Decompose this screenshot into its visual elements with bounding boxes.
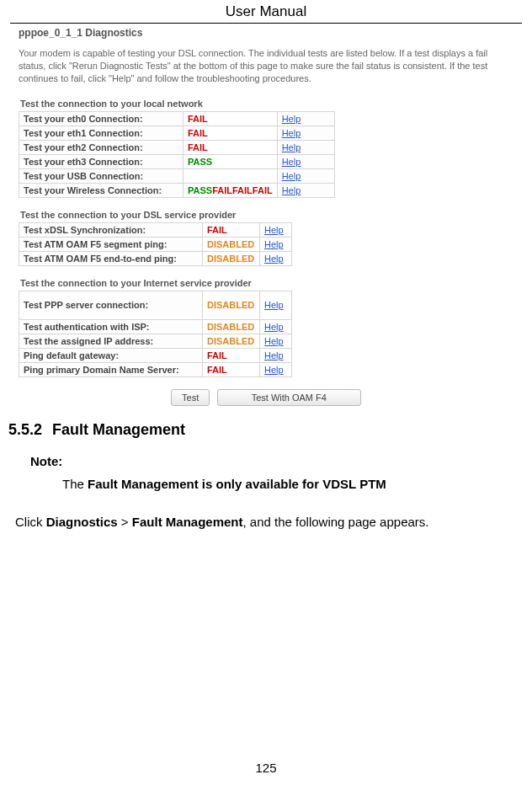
help-link[interactable]: Help — [282, 142, 301, 152]
help-cell: Help — [260, 222, 292, 237]
test-label: Test xDSL Synchronization: — [19, 222, 203, 237]
body-text: Click Diagnostics > Fault Management, an… — [15, 515, 532, 529]
test-label: Test your eth3 Connection: — [19, 154, 184, 168]
help-cell: Help — [277, 111, 334, 125]
test-label: Ping primary Domain Name Server: — [19, 362, 203, 376]
dsl-provider-table: Test xDSL Synchronization:FAILHelpTest A… — [19, 222, 292, 266]
body-bold-2: Fault Management — [132, 515, 243, 529]
test-status: DISABLED — [203, 237, 260, 251]
test-label: Test your Wireless Connection: — [19, 183, 184, 197]
status-fail: FAIL — [232, 185, 253, 195]
isp-table: Test PPP server connection:DISABLEDHelpT… — [19, 291, 292, 377]
button-row: Test Test With OAM F4 — [19, 389, 513, 406]
help-link[interactable]: Help — [282, 128, 301, 138]
help-link[interactable]: Help — [282, 171, 301, 181]
test-status: DISABLED — [203, 319, 260, 334]
test-label: Ping default gateway: — [19, 348, 203, 362]
table-row: Test ATM OAM F5 end-to-end ping:DISABLED… — [19, 251, 292, 265]
isp-legend: Test the connection to your Internet ser… — [19, 278, 513, 288]
help-cell: Help — [277, 154, 334, 168]
test-label: Test authentication with ISP: — [19, 319, 203, 334]
test-status — [184, 168, 278, 183]
body-suffix: , and the following page appears. — [243, 515, 429, 529]
help-cell: Help — [260, 237, 292, 251]
local-network-fieldset: Test the connection to your local networ… — [19, 99, 513, 198]
test-status: FAIL — [184, 140, 278, 154]
help-link[interactable]: Help — [282, 114, 301, 124]
table-row: Test your eth0 Connection:FAILHelp — [19, 111, 335, 125]
test-status: PASSFAILFAILFAIL — [184, 183, 278, 197]
help-cell: Help — [277, 125, 334, 140]
body-sep: > — [118, 515, 132, 529]
table-row: Test your Wireless Connection:PASSFAILFA… — [19, 183, 335, 197]
table-row: Test the assigned IP address:DISABLEDHel… — [19, 334, 292, 348]
diagnostics-title: pppoe_0_1_1 Diagnostics — [19, 27, 513, 39]
test-label: Test the assigned IP address: — [19, 334, 203, 348]
table-row: Ping default gateway:FAILHelp — [19, 348, 292, 362]
test-button[interactable]: Test — [171, 389, 210, 406]
table-row: Ping primary Domain Name Server:FAILHelp — [19, 362, 292, 376]
help-link[interactable]: Help — [282, 185, 301, 195]
test-status: FAIL — [203, 348, 260, 362]
dsl-provider-fieldset: Test the connection to your DSL service … — [19, 210, 513, 266]
body-bold-1: Diagnostics — [46, 515, 118, 529]
help-link[interactable]: Help — [264, 300, 284, 310]
test-status: DISABLED — [203, 334, 260, 348]
test-label: Test ATM OAM F5 segment ping: — [19, 237, 203, 251]
diagnostics-description: Your modem is capable of testing your DS… — [19, 47, 513, 85]
status-fail: FAIL — [253, 185, 273, 195]
help-link[interactable]: Help — [264, 365, 284, 375]
help-link[interactable]: Help — [264, 239, 284, 249]
status-fail: FAIL — [212, 185, 232, 195]
note-bold: Fault Management is only available for V… — [88, 477, 386, 491]
note-prefix: The — [62, 477, 88, 491]
test-status: DISABLED — [203, 251, 260, 265]
help-cell: Help — [260, 291, 292, 319]
status-pass: PASS — [188, 185, 212, 195]
test-status: DISABLED — [203, 291, 260, 319]
help-link[interactable]: Help — [264, 254, 284, 264]
section-title: Fault Management — [52, 421, 185, 438]
note-block: Note: The Fault Management is only avail… — [30, 454, 532, 491]
help-cell: Help — [277, 183, 334, 197]
body-prefix: Click — [15, 515, 46, 529]
local-network-table: Test your eth0 Connection:FAILHelpTest y… — [19, 111, 335, 198]
test-label: Test your USB Connection: — [19, 168, 184, 183]
test-label: Test ATM OAM F5 end-to-end ping: — [19, 251, 203, 265]
help-link[interactable]: Help — [264, 336, 284, 346]
test-status: PASS — [184, 154, 278, 168]
isp-fieldset: Test the connection to your Internet ser… — [19, 278, 513, 377]
dsl-provider-legend: Test the connection to your DSL service … — [19, 210, 513, 220]
help-cell: Help — [260, 251, 292, 265]
local-network-legend: Test the connection to your local networ… — [19, 99, 513, 109]
test-oam-button[interactable]: Test With OAM F4 — [217, 389, 361, 406]
test-status: FAIL — [203, 362, 260, 376]
table-row: Test your USB Connection:Help — [19, 168, 335, 183]
help-cell: Help — [260, 334, 292, 348]
help-cell: Help — [277, 140, 334, 154]
table-row: Test PPP server connection:DISABLEDHelp — [19, 291, 292, 319]
section-heading: 5.5.2Fault Management — [8, 421, 532, 439]
table-row: Test your eth1 Connection:FAILHelp — [19, 125, 335, 140]
table-row: Test xDSL Synchronization:FAILHelp — [19, 222, 292, 237]
test-label: Test your eth2 Connection: — [19, 140, 184, 154]
help-link[interactable]: Help — [264, 350, 284, 360]
help-cell: Help — [260, 348, 292, 362]
table-row: Test your eth3 Connection:PASSHelp — [19, 154, 335, 168]
help-link[interactable]: Help — [282, 157, 301, 167]
note-text: The Fault Management is only available f… — [62, 477, 532, 491]
help-link[interactable]: Help — [264, 322, 284, 332]
test-status: FAIL — [184, 125, 278, 140]
page-number: 125 — [0, 761, 532, 775]
diagnostics-screenshot: pppoe_0_1_1 Diagnostics Your modem is ca… — [19, 27, 513, 406]
help-cell: Help — [277, 168, 334, 183]
help-link[interactable]: Help — [264, 225, 284, 235]
test-status: FAIL — [184, 111, 278, 125]
section-number: 5.5.2 — [8, 421, 42, 439]
test-label: Test your eth0 Connection: — [19, 111, 184, 125]
test-label: Test your eth1 Connection: — [19, 125, 184, 140]
note-label: Note: — [30, 454, 532, 468]
test-status: FAIL — [203, 222, 260, 237]
help-cell: Help — [260, 319, 292, 334]
table-row: Test authentication with ISP:DISABLEDHel… — [19, 319, 292, 334]
